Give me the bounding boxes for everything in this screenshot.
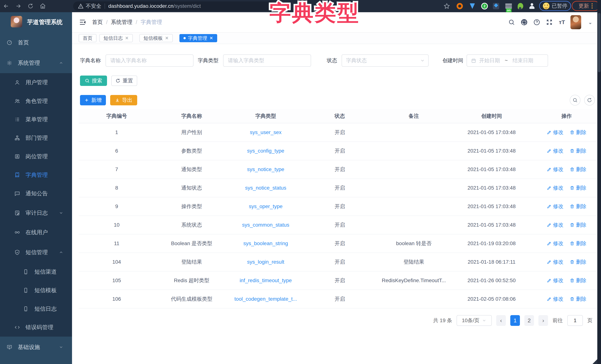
edit-link[interactable]: 修改 bbox=[547, 203, 563, 210]
fullscreen-icon[interactable] bbox=[544, 17, 554, 27]
page-button-2[interactable]: 2 bbox=[524, 315, 534, 326]
goto-page-input[interactable] bbox=[567, 315, 583, 326]
tab-dict-manage[interactable]: 字典管理✕ bbox=[180, 34, 217, 42]
tab-sms-template[interactable]: 短信模板✕ bbox=[140, 34, 173, 42]
address-bar[interactable]: 不安全 dashboard.yudao.iocoder.cn/system/di… bbox=[73, 1, 275, 11]
close-icon[interactable]: ✕ bbox=[125, 36, 129, 41]
scrollbar-thumb[interactable] bbox=[598, 13, 601, 72]
start-date-input[interactable]: 开始日期 bbox=[479, 57, 500, 64]
extension-paused-badge[interactable]: 已暂停 bbox=[539, 1, 571, 11]
browser-update-button[interactable]: 更新 bbox=[572, 1, 600, 11]
dict-type-link[interactable]: sys_config_type bbox=[247, 148, 284, 154]
end-date-input[interactable]: 结束日期 bbox=[512, 57, 533, 64]
close-icon[interactable]: ✕ bbox=[165, 36, 169, 41]
dict-type-link[interactable]: sys_notice_status bbox=[245, 185, 286, 191]
back-icon[interactable] bbox=[0, 0, 12, 12]
close-icon[interactable]: ✕ bbox=[210, 36, 213, 41]
sidebar-item-org-tree-5[interactable]: 部门管理 bbox=[0, 130, 72, 146]
sidebar-item-phone-14[interactable]: 短信日志 bbox=[0, 301, 72, 317]
status-select[interactable]: 字典状态 bbox=[342, 54, 429, 67]
delete-link[interactable]: 删除 bbox=[570, 147, 586, 154]
sidebar-item-phone-12[interactable]: 短信渠道 bbox=[0, 264, 72, 280]
green-circle-extension-icon[interactable]: 2 bbox=[480, 2, 489, 10]
sidebar-item-code-15[interactable]: 错误码管理 bbox=[0, 319, 72, 335]
dict-type-link[interactable]: sys_common_status bbox=[242, 222, 289, 228]
toggle-search-button[interactable] bbox=[570, 95, 581, 106]
dict-name-input[interactable] bbox=[110, 57, 189, 64]
search-button[interactable]: 搜索 bbox=[80, 76, 107, 86]
dict-type-link[interactable]: sys_boolean_string bbox=[243, 241, 288, 246]
app-logo-row[interactable]: 芋道管理系统 bbox=[0, 15, 72, 29]
sidebar-item-chat-8[interactable]: 通知公告 bbox=[0, 185, 72, 202]
edit-link[interactable]: 修改 bbox=[547, 166, 563, 173]
grid-extension-icon[interactable] bbox=[492, 2, 500, 10]
browser-menu-icon[interactable] bbox=[591, 3, 593, 9]
browser-scrollbar[interactable] bbox=[597, 0, 601, 364]
site-security[interactable]: 不安全 bbox=[78, 3, 101, 10]
sidebar-item-gear-1[interactable]: 系统管理 bbox=[0, 55, 72, 71]
dict-type-link[interactable]: tool_codegen_template_t... bbox=[234, 296, 297, 302]
page-button-1[interactable]: 1 bbox=[510, 315, 520, 326]
avatar-dropdown-icon[interactable] bbox=[588, 21, 593, 26]
edit-link[interactable]: 修改 bbox=[547, 129, 563, 136]
edit-link[interactable]: 修改 bbox=[547, 222, 563, 228]
breadcrumb-home[interactable]: 首页 bbox=[92, 19, 103, 26]
person-extension-icon[interactable] bbox=[528, 2, 536, 10]
dict-type-input[interactable] bbox=[228, 57, 307, 64]
dict-type-link[interactable]: sys_user_sex bbox=[250, 129, 281, 135]
sidebar-item-dashboard-0[interactable]: 首页 bbox=[0, 34, 72, 51]
create-button[interactable]: 新增 bbox=[80, 95, 106, 105]
sidebar-item-monitor-16[interactable]: 基础设施 bbox=[0, 339, 72, 355]
refresh-table-button[interactable] bbox=[584, 95, 595, 106]
edit-link[interactable]: 修改 bbox=[547, 184, 563, 192]
delete-link[interactable]: 删除 bbox=[570, 166, 586, 173]
sidebar-item-menu-list-4[interactable]: 菜单管理 bbox=[0, 111, 72, 128]
delete-link[interactable]: 删除 bbox=[570, 295, 586, 303]
dict-type-link[interactable]: sys_oper_type bbox=[249, 203, 282, 209]
tab-sms-log[interactable]: 短信日志✕ bbox=[100, 34, 133, 42]
edit-link[interactable]: 修改 bbox=[547, 258, 563, 265]
orange-extension-icon[interactable] bbox=[455, 2, 464, 10]
font-size-icon[interactable]: ᴛT bbox=[557, 17, 567, 27]
list-on-extension-icon[interactable]: on bbox=[504, 2, 513, 10]
delete-link[interactable]: 删除 bbox=[570, 240, 586, 247]
delete-link[interactable]: 删除 bbox=[570, 203, 586, 210]
sidebar-item-link-10[interactable]: 在线用户 bbox=[0, 224, 72, 241]
delete-link[interactable]: 删除 bbox=[570, 258, 586, 265]
collapse-menu-icon[interactable] bbox=[79, 19, 86, 26]
reload-icon[interactable] bbox=[24, 0, 37, 12]
next-page-button[interactable]: › bbox=[538, 315, 548, 326]
sidebar-item-shield-11[interactable]: 短信管理 bbox=[0, 244, 72, 261]
sidebar-item-audit-9[interactable]: 审计日志 bbox=[0, 205, 72, 221]
user-avatar[interactable] bbox=[571, 15, 581, 29]
reset-button[interactable]: 重置 bbox=[111, 76, 137, 86]
edit-link[interactable]: 修改 bbox=[547, 295, 563, 303]
export-button[interactable]: 导出 bbox=[110, 95, 137, 105]
github-icon[interactable] bbox=[519, 17, 529, 27]
bookmark-star-icon[interactable] bbox=[442, 2, 451, 10]
tab-home[interactable]: 首页 bbox=[79, 34, 96, 42]
dict-type-link[interactable]: sys_notice_type bbox=[247, 166, 284, 172]
sidebar-item-users-3[interactable]: 角色管理 bbox=[0, 93, 72, 109]
dict-type-link[interactable]: sys_login_result bbox=[247, 259, 284, 265]
date-range-picker[interactable]: 开始日期 ~ 结束日期 bbox=[467, 54, 548, 67]
delete-link[interactable]: 删除 bbox=[570, 277, 586, 284]
delete-link[interactable]: 删除 bbox=[570, 129, 586, 136]
sidebar-item-badge-6[interactable]: 岗位管理 bbox=[0, 148, 72, 165]
home-icon[interactable] bbox=[37, 0, 49, 12]
breadcrumb-system[interactable]: 系统管理 bbox=[111, 19, 132, 26]
prev-page-button[interactable]: ‹ bbox=[496, 315, 506, 326]
search-icon[interactable] bbox=[507, 17, 516, 27]
edit-link[interactable]: 修改 bbox=[547, 277, 563, 284]
edit-link[interactable]: 修改 bbox=[547, 240, 563, 247]
blue-drop-extension-icon[interactable] bbox=[468, 2, 477, 10]
help-icon[interactable] bbox=[532, 17, 541, 27]
sidebar-item-phone-13[interactable]: 短信模板 bbox=[0, 282, 72, 298]
sidebar-item-user-2[interactable]: 用户管理 bbox=[0, 74, 72, 91]
leaf-extension-icon[interactable] bbox=[516, 2, 525, 10]
forward-icon[interactable] bbox=[12, 0, 24, 12]
sidebar-item-book-7[interactable]: 字典管理 bbox=[0, 167, 72, 183]
dict-type-link[interactable]: inf_redis_timeout_type bbox=[240, 278, 292, 283]
page-size-select[interactable]: 10条/页 bbox=[457, 315, 492, 326]
delete-link[interactable]: 删除 bbox=[570, 222, 586, 228]
